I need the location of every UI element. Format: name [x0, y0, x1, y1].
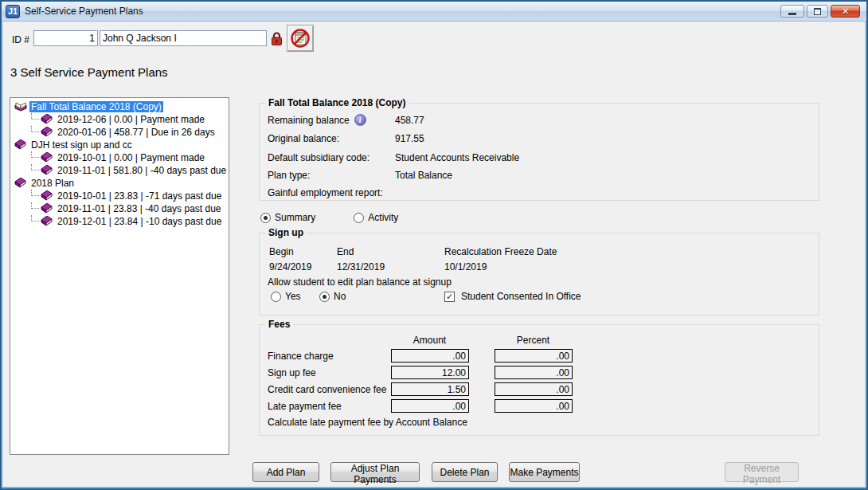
tree-connector [31, 164, 39, 171]
tree-plan-node[interactable]: 2018 Plan [10, 177, 229, 190]
tree-plan-node[interactable]: Fall Total Balance 2018 (Copy) [10, 100, 229, 113]
subsidiary-code-label: Default subsidiary code: [268, 152, 387, 163]
id-number-input[interactable] [33, 30, 98, 46]
closed-book-icon [14, 139, 27, 151]
reverse-payment-button[interactable]: Reverse Payment [725, 462, 799, 482]
cc-convenience-fee-label: Credit card convenience fee [268, 384, 386, 395]
info-icon[interactable]: i [354, 114, 366, 126]
cc-convenience-fee-amount-input[interactable] [391, 382, 469, 396]
tree-installment-node[interactable]: 2020-01-06 | 458.77 | Due in 26 days [10, 126, 229, 139]
gainful-report-row: Gainful employment report: [268, 187, 387, 198]
finance-charge-label: Finance charge [268, 351, 334, 362]
subsidiary-code-row: Default subsidiary code: Student Account… [268, 152, 387, 163]
end-label: End [337, 246, 354, 257]
plan-details-group: Fall Total Balance 2018 (Copy) Remaining… [259, 103, 819, 201]
lock-icon [271, 31, 283, 49]
fees-group-title: Fees [265, 319, 293, 330]
original-balance-label: Original balance: [268, 133, 387, 144]
app-logo-icon: J1 [6, 5, 20, 18]
plan-type-label: Plan type: [268, 170, 387, 181]
tree-connector [31, 151, 39, 158]
gainful-report-label: Gainful employment report: [268, 187, 387, 198]
original-balance-value: 917.55 [395, 133, 424, 144]
student-name-field[interactable] [100, 30, 267, 46]
signup-group-title: Sign up [265, 227, 307, 238]
percent-column-header: Percent [495, 335, 572, 346]
plan-type-row: Plan type: Total Balance [268, 170, 387, 181]
plan-group-title: Fall Total Balance 2018 (Copy) [265, 97, 409, 108]
finance-charge-percent-input[interactable] [495, 349, 573, 363]
summary-radio-label: Summary [275, 212, 315, 223]
allow-edit-yes-radio[interactable] [271, 292, 281, 302]
make-payments-button[interactable]: Make Payments [509, 462, 580, 482]
id-number-label: ID # [12, 34, 29, 45]
minimize-icon [788, 13, 796, 15]
app-window: J1 Self-Service Payment Plans ✕ ID # 3 S… [0, 0, 868, 490]
late-payment-fee-amount-input[interactable] [391, 399, 469, 413]
remaining-balance-value: 458.77 [395, 115, 424, 126]
tree-installment-node[interactable]: 2019-11-01 | 581.80 | -40 days past due [10, 164, 229, 177]
student-consented-label: Student Consented In Office [461, 291, 581, 302]
tree-installment-node[interactable]: 2019-12-01 | 23.84 | -10 days past due [10, 215, 229, 228]
calc-late-fee-label: Calculate late payment fee by Account Ba… [268, 417, 467, 428]
adjust-plan-payments-button[interactable]: Adjust Plan Payments [330, 462, 420, 482]
activity-radio-label: Activity [368, 212, 398, 223]
closed-book-icon [41, 114, 53, 125]
tree-connector [31, 190, 39, 196]
tree-installment-node[interactable]: 2019-10-01 | 23.83 | -71 days past due [10, 190, 229, 202]
add-plan-button[interactable]: Add Plan [252, 462, 319, 482]
late-payment-fee-percent-input[interactable] [495, 399, 573, 413]
maximize-icon [814, 8, 821, 15]
allow-edit-no-radio[interactable] [319, 292, 330, 302]
window-title: Self-Service Payment Plans [25, 6, 143, 17]
open-book-icon [14, 101, 27, 112]
remaining-balance-row: Remaining balance i 458.77 [268, 114, 366, 126]
end-value: 12/31/2019 [337, 261, 385, 272]
page-title: 3 Self Service Payment Plans [10, 65, 168, 79]
freeze-date-value: 10/1/2019 [444, 261, 487, 272]
subsidiary-code-value: Student Accounts Receivable [395, 152, 519, 163]
tree-plan-node[interactable]: DJH test sign up and cc [10, 139, 229, 151]
begin-value: 9/24/2019 [269, 261, 311, 272]
maximize-button[interactable] [807, 5, 828, 18]
no-notes-icon [290, 28, 311, 49]
tree-installment-node[interactable]: 2019-10-01 | 0.00 | Payment made [10, 151, 229, 164]
closed-book-icon [41, 216, 53, 227]
signup-fee-percent-input[interactable] [495, 366, 573, 379]
begin-label: Begin [269, 246, 294, 257]
closed-book-icon [41, 127, 53, 138]
cc-convenience-fee-percent-input[interactable] [495, 382, 573, 396]
payment-plans-tree[interactable]: Fall Total Balance 2018 (Copy) 2019-12-0… [10, 97, 229, 455]
view-toggle: Summary Activity [260, 212, 398, 223]
close-button[interactable]: ✕ [831, 5, 860, 18]
tree-installment-node[interactable]: 2019-12-06 | 0.00 | Payment made [10, 113, 229, 126]
finance-charge-amount-input[interactable] [391, 349, 469, 363]
tree-connector [31, 215, 39, 221]
minimize-button[interactable] [780, 5, 804, 18]
allow-edit-yes-label: Yes [285, 291, 301, 302]
allow-edit-label: Allow student to edit plan balance at si… [268, 276, 452, 288]
closed-book-icon [41, 165, 53, 176]
no-notes-button[interactable] [287, 25, 314, 52]
allow-edit-no-label: No [334, 291, 346, 302]
amount-column-header: Amount [391, 335, 468, 346]
remaining-balance-label: Remaining balance [268, 115, 350, 126]
signup-fee-amount-input[interactable] [391, 366, 469, 379]
activity-radio[interactable] [354, 213, 364, 223]
closed-book-icon [41, 190, 53, 202]
tree-connector [31, 202, 39, 209]
title-bar[interactable]: J1 Self-Service Payment Plans ✕ [2, 2, 866, 22]
late-payment-fee-label: Late payment fee [268, 401, 342, 412]
plan-type-value: Total Balance [395, 170, 452, 181]
tree-connector [31, 113, 39, 120]
delete-plan-button[interactable]: Delete Plan [432, 462, 498, 482]
closed-book-icon [41, 203, 53, 214]
tree-installment-node[interactable]: 2019-11-01 | 23.83 | -40 days past due [10, 202, 229, 215]
tree-connector [31, 126, 39, 132]
fees-group: Fees Amount Percent Finance charge Sign … [259, 324, 819, 436]
closed-book-icon [14, 178, 27, 189]
signup-fee-label: Sign up fee [268, 367, 316, 378]
signup-group: Sign up Begin End Recalculation Freeze D… [259, 233, 819, 316]
student-consented-checkbox[interactable]: ✓ [444, 292, 455, 302]
summary-radio[interactable] [260, 213, 271, 223]
